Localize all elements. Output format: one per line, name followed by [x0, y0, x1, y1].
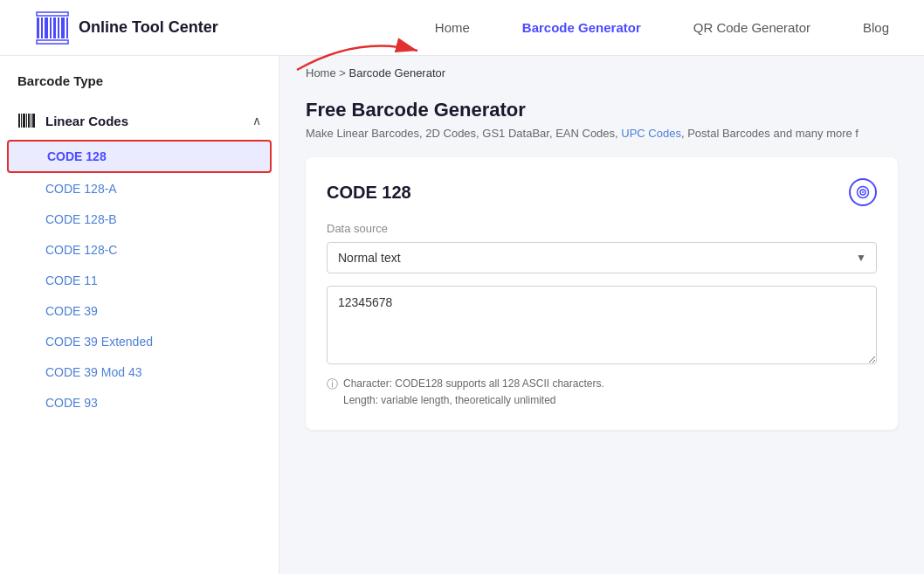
target-icon: [856, 185, 870, 199]
header: Online Tool Center Home Barcode Generato…: [0, 0, 924, 56]
svg-rect-17: [32, 114, 35, 128]
svg-point-20: [862, 191, 864, 193]
nav-qr-generator[interactable]: QR Code Generator: [693, 20, 810, 35]
breadcrumb: Home > Barcode Generator: [279, 56, 924, 90]
logo-icon: [35, 10, 70, 45]
sidebar-item-code39[interactable]: CODE 39: [7, 296, 272, 326]
svg-rect-2: [45, 17, 48, 38]
nav-home[interactable]: Home: [435, 20, 470, 35]
svg-rect-8: [37, 12, 68, 16]
svg-rect-7: [66, 17, 68, 38]
main-nav: Home Barcode Generator QR Code Generator…: [435, 20, 889, 35]
sidebar-item-code128[interactable]: CODE 128: [7, 140, 272, 173]
barcode-section-icon: [17, 111, 37, 130]
main-layout: Barcode Type Linear Codes ∧ CODE 128 C: [0, 56, 924, 574]
svg-rect-12: [21, 114, 22, 128]
info-line2: Length: variable length, theoretically u…: [343, 394, 555, 406]
generator-title: CODE 128: [327, 183, 411, 203]
datasource-label: Data source: [327, 222, 877, 235]
nav-blog[interactable]: Blog: [863, 20, 889, 35]
breadcrumb-separator: >: [339, 66, 346, 80]
upc-link[interactable]: UPC Codes: [621, 127, 681, 140]
datasource-select-wrapper: Normal text CSV data Database ▼: [327, 242, 877, 273]
breadcrumb-current: Barcode Generator: [349, 66, 446, 80]
page-title: Free Barcode Generator: [306, 99, 898, 121]
sidebar-item-code128b[interactable]: CODE 128-B: [7, 204, 272, 234]
datasource-select[interactable]: Normal text CSV data Database: [327, 242, 877, 273]
generator-card: CODE 128 Data source Normal text CSV dat…: [306, 157, 898, 430]
breadcrumb-home[interactable]: Home: [306, 66, 336, 80]
svg-rect-4: [53, 17, 56, 38]
sidebar-item-code39mod43[interactable]: CODE 39 Mod 43: [7, 357, 272, 387]
nav-barcode-generator[interactable]: Barcode Generator: [522, 20, 641, 35]
svg-rect-3: [50, 17, 52, 38]
info-text: ⓘ Character: CODE128 supports all 128 AS…: [327, 376, 877, 409]
sidebar-item-code128a[interactable]: CODE 128-A: [7, 174, 272, 204]
generator-header: CODE 128: [327, 178, 877, 206]
settings-icon[interactable]: [849, 178, 877, 206]
sidebar-item-code11[interactable]: CODE 11: [7, 266, 272, 295]
info-icon: ⓘ: [327, 377, 338, 392]
svg-rect-0: [37, 17, 39, 38]
sidebar-item-code93[interactable]: CODE 93: [7, 388, 272, 418]
page-subtitle: Make Linear Barcodes, 2D Codes, GS1 Data…: [306, 127, 898, 140]
svg-rect-13: [23, 114, 25, 128]
logo-text: Online Tool Center: [79, 18, 218, 37]
svg-rect-15: [28, 114, 30, 128]
barcode-text-input[interactable]: 12345678: [327, 286, 877, 364]
svg-rect-1: [41, 17, 43, 38]
info-line1: Character: CODE128 supports all 128 ASCI…: [343, 377, 604, 390]
svg-rect-16: [31, 114, 31, 128]
svg-rect-11: [18, 114, 20, 128]
content-area: Free Barcode Generator Make Linear Barco…: [279, 90, 924, 456]
chevron-up-icon: ∧: [252, 114, 261, 128]
linear-codes-section[interactable]: Linear Codes ∧: [0, 102, 279, 139]
main-content: Home > Barcode Generator Free Barcode Ge…: [279, 56, 924, 574]
sidebar: Barcode Type Linear Codes ∧ CODE 128 C: [0, 56, 279, 574]
svg-rect-9: [37, 40, 68, 44]
sidebar-item-code128c[interactable]: CODE 128-C: [7, 235, 272, 265]
section-label: Linear Codes: [45, 114, 128, 128]
svg-rect-14: [26, 114, 27, 128]
sidebar-title: Barcode Type: [0, 73, 279, 102]
logo-area: Online Tool Center: [35, 10, 218, 45]
sidebar-item-code39ext[interactable]: CODE 39 Extended: [7, 327, 272, 356]
svg-rect-5: [58, 17, 59, 38]
svg-rect-6: [61, 17, 65, 38]
